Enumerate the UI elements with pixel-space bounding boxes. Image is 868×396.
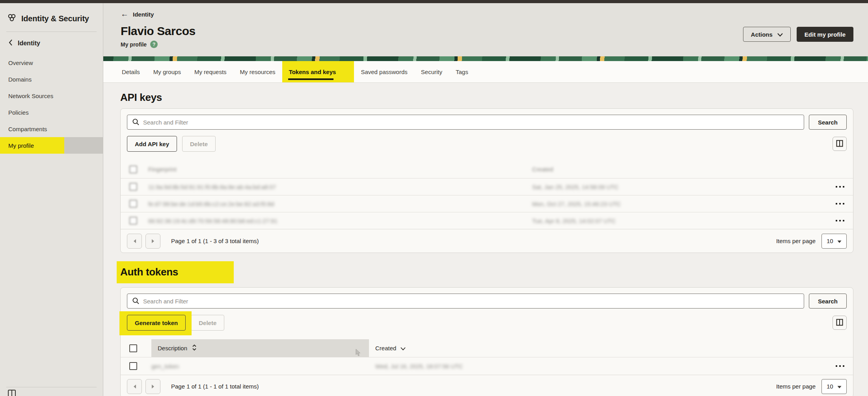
created-cell: Tue, Apr 8, 2025, 14:02:07 UTC — [526, 218, 829, 224]
back-arrow-icon: ← — [121, 10, 129, 18]
row-checkbox[interactable] — [129, 362, 137, 370]
tab-tags[interactable]: Tags — [449, 61, 475, 82]
sidebar-item-overview[interactable]: Overview — [0, 54, 103, 71]
select-all-checkbox[interactable] — [129, 165, 137, 173]
auth-tokens-table-header: Description Created — [121, 339, 853, 357]
top-window-bar — [0, 0, 868, 3]
sidebar-item-policies[interactable]: Policies — [0, 104, 103, 121]
items-per-page-select[interactable]: 10 — [821, 234, 847, 249]
items-per-page-label: Items per page — [776, 238, 816, 244]
table-row: gen_token Wed, Jul 16, 2025, 18:07:56 UT… — [121, 357, 853, 375]
api-keys-search-input[interactable] — [127, 115, 804, 130]
previous-page-button[interactable] — [127, 379, 142, 394]
tab-details[interactable]: Details — [115, 61, 147, 82]
created-cell: Sat, Jan 25, 2025, 14:58:09 UTC — [526, 184, 829, 190]
page-header: ← Identity Flavio Sarcos My profile ? Ac… — [103, 3, 868, 56]
api-keys-manage-columns-button[interactable] — [833, 137, 847, 151]
table-row: fe:d7:99:be:de:1d:b5:8b:c2:ce:2e:be:82:a… — [121, 195, 853, 212]
generate-token-button[interactable]: Generate token — [127, 315, 186, 331]
search-icon — [132, 297, 140, 306]
tab-my-requests[interactable]: My requests — [188, 61, 233, 82]
sidebar-back-identity[interactable]: Identity — [0, 32, 103, 51]
tabs-bar: Details My groups My requests My resourc… — [103, 61, 868, 83]
items-per-page-select[interactable]: 10 — [821, 379, 847, 394]
fingerprint-cell: 66:92:36:19:4c:d9:70:56:58:48:80:b8:ed:c… — [148, 218, 526, 224]
mouse-cursor-icon — [355, 349, 361, 358]
tab-saved-passwords[interactable]: Saved passwords — [354, 61, 414, 82]
tab-tokens-and-keys[interactable]: Tokens and keys — [282, 61, 354, 82]
column-header-description[interactable]: Description — [151, 339, 369, 357]
row-actions-menu-icon[interactable] — [829, 203, 853, 205]
description-cell: gen_token — [151, 363, 369, 370]
breadcrumb[interactable]: ← Identity — [121, 10, 154, 18]
created-cell: Wed, Jul 16, 2025, 18:07:56 UTC — [369, 363, 829, 370]
identity-security-icon — [7, 13, 17, 24]
tab-my-resources[interactable]: My resources — [233, 61, 282, 82]
sidebar-item-my-profile[interactable]: My profile — [0, 137, 103, 154]
api-keys-delete-button[interactable]: Delete — [182, 136, 216, 152]
columns-icon — [836, 139, 844, 149]
row-actions-menu-icon[interactable] — [829, 186, 853, 188]
generate-token-highlight: Generate token — [127, 315, 186, 331]
page-info: Page 1 of 1 (1 - 3 of 3 total items) — [171, 238, 259, 244]
page-subtitle: My profile — [121, 41, 147, 48]
tab-my-groups[interactable]: My groups — [147, 61, 188, 82]
caret-down-icon — [837, 238, 842, 244]
sidebar-item-domains[interactable]: Domains — [0, 71, 103, 87]
api-keys-heading: API keys — [120, 91, 853, 104]
chevron-left-icon — [9, 39, 13, 47]
edit-my-profile-button[interactable]: Edit my profile — [797, 27, 853, 42]
caret-down-icon — [837, 383, 842, 390]
fingerprint-cell: 11:9a:9d:8b:5d:91:91:f0:8b:8a:8e:ab:4a:b… — [148, 184, 526, 190]
api-keys-pagination: Page 1 of 1 (1 - 3 of 3 total items) Ite… — [121, 229, 853, 253]
api-keys-table-header: Fingerprint Created — [121, 160, 853, 178]
auth-tokens-delete-button[interactable]: Delete — [191, 315, 224, 331]
select-all-checkbox[interactable] — [129, 344, 137, 352]
table-row: 66:92:36:19:4c:d9:70:56:58:48:80:b8:ed:c… — [121, 212, 853, 229]
actions-button[interactable]: Actions — [743, 27, 791, 42]
auth-tokens-table: Description Created — [121, 339, 853, 375]
help-icon[interactable]: ? — [150, 41, 158, 48]
auth-tokens-heading: Auth tokens — [117, 261, 234, 283]
search-icon — [132, 118, 140, 127]
sidebar-title: Identity & Security — [21, 14, 89, 23]
api-keys-panel: Search Add API key Delete — [120, 108, 853, 253]
row-checkbox[interactable] — [129, 183, 137, 191]
row-checkbox[interactable] — [129, 217, 137, 225]
sort-icon[interactable] — [192, 344, 197, 352]
created-cell: Mon, Oct 27, 2025, 15:46:23 UTC — [526, 201, 829, 207]
row-checkbox[interactable] — [129, 200, 137, 208]
items-per-page-label: Items per page — [776, 383, 816, 390]
sidebar-bottom-divider — [6, 387, 97, 387]
page-info: Page 1 of 1 (1 - 1 of 1 total items) — [171, 383, 259, 390]
row-actions-menu-icon[interactable] — [829, 365, 853, 367]
sidebar-item-compartments[interactable]: Compartments — [0, 121, 103, 137]
collapse-panel-icon[interactable] — [7, 389, 16, 396]
next-page-button[interactable] — [145, 379, 160, 394]
auth-tokens-search-input[interactable] — [127, 294, 804, 309]
column-header-created[interactable]: Created — [369, 345, 829, 351]
next-page-button[interactable] — [145, 234, 160, 249]
tab-security[interactable]: Security — [414, 61, 449, 82]
auth-tokens-pagination: Page 1 of 1 (1 - 1 of 1 total items) Ite… — [121, 375, 853, 396]
auth-tokens-panel: Search Generate token Delete — [120, 287, 853, 396]
previous-page-button[interactable] — [127, 234, 142, 249]
api-keys-search-button[interactable]: Search — [809, 115, 847, 130]
sidebar: Identity & Security Identity Overview Do… — [0, 3, 103, 396]
column-header-fingerprint[interactable]: Fingerprint — [148, 166, 526, 173]
sidebar-nav: Overview Domains Network Sources Policie… — [0, 54, 103, 154]
table-row: 11:9a:9d:8b:5d:91:91:f0:8b:8a:8e:ab:4a:b… — [121, 178, 853, 195]
chevron-down-icon — [400, 345, 406, 351]
row-actions-menu-icon[interactable] — [829, 220, 853, 221]
sidebar-item-network-sources[interactable]: Network Sources — [0, 87, 103, 104]
decorative-banner — [103, 56, 868, 61]
fingerprint-cell: fe:d7:99:be:de:1d:b5:8b:c2:ce:2e:be:82:a… — [148, 201, 526, 207]
column-header-created[interactable]: Created — [526, 166, 829, 173]
columns-icon — [836, 318, 844, 327]
auth-tokens-search-button[interactable]: Search — [809, 294, 847, 309]
auth-tokens-manage-columns-button[interactable] — [833, 316, 847, 330]
add-api-key-button[interactable]: Add API key — [127, 136, 177, 152]
chevron-down-icon — [777, 31, 783, 38]
api-keys-table: Fingerprint Created 11:9a:9d:8b:5d:91:91… — [121, 160, 853, 229]
